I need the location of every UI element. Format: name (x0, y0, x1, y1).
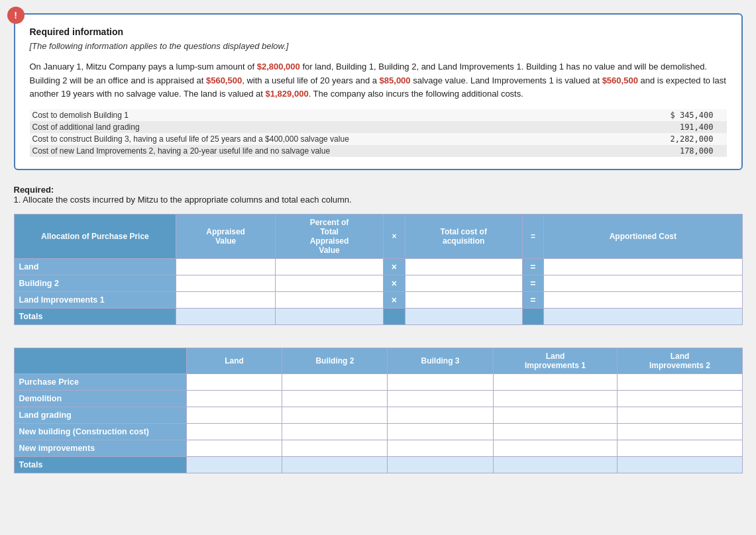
bottom-input-tot-li1[interactable] (493, 457, 618, 473)
input-ni-land[interactable] (189, 444, 280, 453)
top-row-li1: Land Improvements 1 × = (14, 292, 742, 309)
input-tot-li2[interactable] (620, 460, 739, 469)
input-li1-totalcost[interactable] (407, 295, 520, 305)
top-input-land-percent[interactable] (275, 259, 383, 275)
bottom-input-ni-li1[interactable] (493, 440, 618, 457)
b2-equals: = (522, 275, 544, 292)
input-ni-b2[interactable] (284, 444, 385, 453)
input-nb-li1[interactable] (496, 427, 616, 436)
top-input-totals-apportioned[interactable] (544, 309, 742, 325)
bottom-input-pp-b2[interactable] (282, 374, 388, 391)
input-ni-li1[interactable] (496, 444, 616, 453)
input-li1-percent[interactable] (278, 295, 381, 305)
top-input-b2-appraised[interactable] (176, 275, 276, 292)
input-land-apportioned[interactable] (546, 262, 739, 271)
input-nb-land[interactable] (189, 427, 280, 436)
input-lg-b2[interactable] (284, 411, 385, 420)
top-input-b2-totalcost[interactable] (405, 275, 522, 292)
top-input-b2-apportioned[interactable] (544, 275, 742, 292)
input-dem-land[interactable] (189, 394, 280, 403)
bottom-input-lg-land[interactable] (186, 407, 282, 424)
bottom-input-lg-li2[interactable] (618, 407, 742, 424)
input-dem-li2[interactable] (620, 394, 739, 403)
input-lg-li1[interactable] (496, 411, 616, 420)
input-land-totalcost[interactable] (407, 262, 520, 271)
input-land-appraised[interactable] (178, 262, 273, 271)
bottom-input-lg-b3[interactable] (388, 407, 493, 424)
input-tot-li1[interactable] (496, 460, 616, 469)
input-b2-apportioned[interactable] (546, 279, 739, 288)
input-totals-apportioned[interactable] (546, 312, 739, 321)
input-li1-apportioned[interactable] (546, 295, 739, 305)
top-input-li1-apportioned[interactable] (544, 292, 742, 309)
input-lg-b3[interactable] (390, 411, 490, 420)
required-section: Required: 1. Allocate the costs incurred… (14, 185, 743, 205)
input-li1-appraised[interactable] (178, 295, 273, 305)
bottom-input-pp-li1[interactable] (493, 374, 618, 391)
bottom-input-tot-b3[interactable] (388, 457, 493, 473)
bottom-input-ni-land[interactable] (186, 440, 282, 457)
input-pp-li2[interactable] (620, 377, 739, 387)
top-input-totals-appraised[interactable] (176, 309, 276, 325)
top-label-building2: Building 2 (14, 275, 176, 292)
top-input-land-appraised[interactable] (176, 259, 276, 275)
bottom-input-dem-li2[interactable] (618, 391, 742, 407)
bottom-row-purchase: Purchase Price (14, 374, 742, 391)
bottom-input-pp-li2[interactable] (618, 374, 742, 391)
land-multiply: × (384, 259, 405, 275)
top-input-li1-appraised[interactable] (176, 292, 276, 309)
top-input-totals-totalcost[interactable] (405, 309, 522, 325)
input-ni-b3[interactable] (390, 444, 490, 453)
input-pp-land[interactable] (189, 377, 280, 387)
input-dem-b2[interactable] (284, 394, 385, 403)
input-tot-b2[interactable] (284, 460, 385, 469)
bottom-input-tot-b2[interactable] (282, 457, 388, 473)
top-input-land-totalcost[interactable] (405, 259, 522, 275)
bottom-input-ni-b2[interactable] (282, 440, 388, 457)
input-b2-percent[interactable] (278, 279, 381, 288)
input-land-percent[interactable] (278, 262, 381, 271)
top-input-b2-percent[interactable] (275, 275, 383, 292)
input-totals-appraised[interactable] (178, 312, 273, 321)
bottom-input-pp-land[interactable] (186, 374, 282, 391)
top-input-li1-totalcost[interactable] (405, 292, 522, 309)
input-totals-totalcost[interactable] (407, 312, 520, 321)
bottom-input-nb-li2[interactable] (618, 424, 742, 440)
bottom-input-pp-b3[interactable] (388, 374, 493, 391)
bottom-input-lg-li1[interactable] (493, 407, 618, 424)
input-pp-b3[interactable] (390, 377, 490, 387)
bottom-input-dem-li1[interactable] (493, 391, 618, 407)
input-totals-percent[interactable] (278, 312, 381, 321)
input-pp-li1[interactable] (496, 377, 616, 387)
input-b2-appraised[interactable] (178, 279, 273, 288)
bottom-input-nb-b2[interactable] (282, 424, 388, 440)
bottom-input-ni-b3[interactable] (388, 440, 493, 457)
bottom-input-nb-li1[interactable] (493, 424, 618, 440)
bottom-input-dem-land[interactable] (186, 391, 282, 407)
input-lg-land[interactable] (189, 411, 280, 420)
bottom-input-nb-land[interactable] (186, 424, 282, 440)
input-dem-b3[interactable] (390, 394, 490, 403)
input-lg-li2[interactable] (620, 411, 739, 420)
input-nb-b2[interactable] (284, 427, 385, 436)
bottom-input-ni-li2[interactable] (618, 440, 742, 457)
bottom-input-lg-b2[interactable] (282, 407, 388, 424)
bottom-input-dem-b3[interactable] (388, 391, 493, 407)
info-subtitle: [The following information applies to th… (30, 40, 727, 54)
top-input-totals-percent[interactable] (275, 309, 383, 325)
bottom-input-tot-land[interactable] (186, 457, 282, 473)
input-dem-li1[interactable] (496, 394, 616, 403)
top-table-header-row: Allocation of Purchase Price AppraisedVa… (14, 215, 742, 259)
bottom-input-tot-li2[interactable] (618, 457, 742, 473)
input-tot-land[interactable] (189, 460, 280, 469)
input-b2-totalcost[interactable] (407, 279, 520, 288)
top-input-li1-percent[interactable] (275, 292, 383, 309)
input-ni-li2[interactable] (620, 444, 739, 453)
input-pp-b2[interactable] (284, 377, 385, 387)
input-tot-b3[interactable] (390, 460, 490, 469)
bottom-input-dem-b2[interactable] (282, 391, 388, 407)
input-nb-li2[interactable] (620, 427, 739, 436)
input-nb-b3[interactable] (390, 427, 490, 436)
bottom-input-nb-b3[interactable] (388, 424, 493, 440)
top-input-land-apportioned[interactable] (544, 259, 742, 275)
